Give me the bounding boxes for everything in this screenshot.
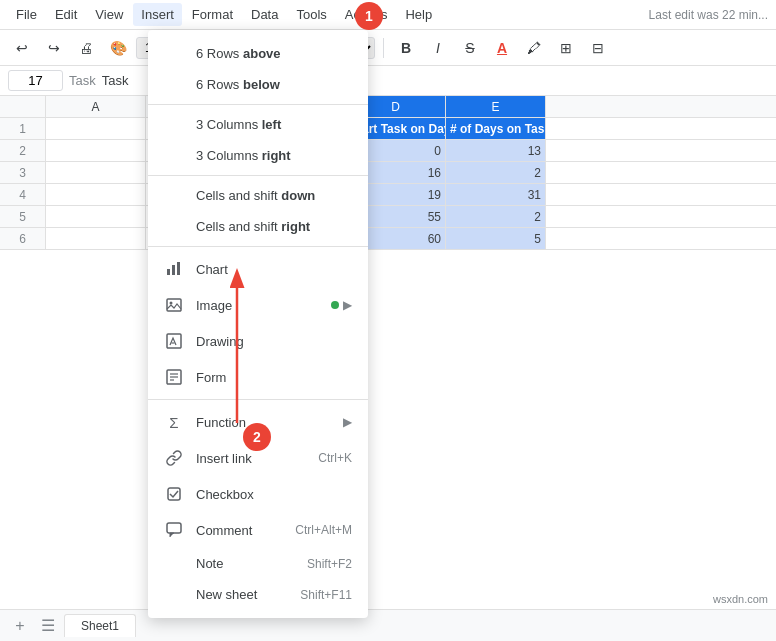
borders-button[interactable]: ⊞ (552, 34, 580, 62)
cols-right-label: 3 Columns right (196, 148, 352, 163)
watermark: wsxdn.com (713, 593, 768, 605)
cols-right-item[interactable]: 3 Columns right (148, 140, 368, 171)
formula-bar: Task (0, 66, 776, 96)
image-item[interactable]: Image ▶ (148, 287, 368, 323)
form-item[interactable]: Form (148, 359, 368, 395)
new-sheet-label: New sheet (196, 587, 300, 602)
svg-rect-3 (167, 299, 181, 311)
menu-help[interactable]: Help (397, 3, 440, 26)
merge-button[interactable]: ⊟ (584, 34, 612, 62)
checkbox-icon (164, 484, 184, 504)
note-label: Note (196, 556, 307, 571)
toolbar: ↩ ↪ 🖨 🎨 100% Default (Ari... 10 B I S A … (0, 30, 776, 66)
header-right: Last edit was 22 min... (649, 8, 768, 22)
form-label: Form (196, 370, 352, 385)
fx-icon: Task (69, 73, 96, 88)
cell[interactable]: 31 (446, 184, 546, 205)
col-header-a[interactable]: A (46, 96, 146, 117)
cell[interactable]: 2 (446, 206, 546, 227)
cell[interactable] (46, 162, 146, 183)
cells-section: Cells and shift down Cells and shift rig… (148, 176, 368, 247)
insert-link-icon (164, 448, 184, 468)
menu-insert[interactable]: Insert (133, 3, 182, 26)
undo-button[interactable]: ↩ (8, 34, 36, 62)
rows-above-item[interactable]: 6 Rows above (148, 38, 368, 69)
menu-edit[interactable]: Edit (47, 3, 85, 26)
menu-file[interactable]: File (8, 3, 45, 26)
row-num: 1 (0, 118, 46, 139)
italic-button[interactable]: I (424, 34, 452, 62)
rows-below-item[interactable]: 6 Rows below (148, 69, 368, 100)
menu-bar: File Edit View Insert Format Data Tools … (0, 0, 776, 30)
cell[interactable]: 13 (446, 140, 546, 161)
menu-data[interactable]: Data (243, 3, 286, 26)
image-label: Image (196, 298, 327, 313)
function-label: Function (196, 415, 343, 430)
cell[interactable] (46, 140, 146, 161)
last-edit-text: Last edit was 22 min... (649, 8, 768, 22)
table-row: 6 60 5 (0, 228, 776, 250)
cell[interactable]: 5 (446, 228, 546, 249)
sheet-menu-button[interactable]: ☰ (36, 614, 60, 638)
drawing-icon (164, 331, 184, 351)
new-sheet-item[interactable]: New sheet Shift+F11 (148, 579, 368, 610)
image-arrow: ▶ (343, 298, 352, 312)
step-badge-1: 1 (355, 2, 383, 30)
cell[interactable] (46, 228, 146, 249)
rows-below-label: 6 Rows below (196, 77, 352, 92)
chart-icon (164, 259, 184, 279)
paint-format-button[interactable]: 🎨 (104, 34, 132, 62)
drawing-item[interactable]: Drawing (148, 323, 368, 359)
highlight-button[interactable]: 🖍 (520, 34, 548, 62)
svg-rect-12 (167, 523, 181, 533)
objects-section: Chart Image ▶ Drawing Form (148, 247, 368, 400)
table-row: 2 0 13 (0, 140, 776, 162)
row-num: 3 (0, 162, 46, 183)
new-sheet-shortcut: Shift+F11 (300, 588, 352, 602)
table-row: 5 55 2 (0, 206, 776, 228)
print-button[interactable]: 🖨 (72, 34, 100, 62)
sheet-tab-sheet1[interactable]: Sheet1 (64, 614, 136, 637)
columns-section: 3 Columns left 3 Columns right (148, 105, 368, 176)
menu-format[interactable]: Format (184, 3, 241, 26)
table-row: 1 Start Task on Day # # of Days on Task (0, 118, 776, 140)
bold-button[interactable]: B (392, 34, 420, 62)
row-num: 5 (0, 206, 46, 227)
svg-rect-0 (167, 269, 170, 275)
table-row: 3 Commence 16 2 (0, 162, 776, 184)
note-item[interactable]: Note Shift+F2 (148, 548, 368, 579)
chart-item[interactable]: Chart (148, 251, 368, 287)
text-color-button[interactable]: A (488, 34, 516, 62)
checkbox-item[interactable]: Checkbox (148, 476, 368, 512)
comment-icon (164, 520, 184, 540)
col-header-e[interactable]: E (446, 96, 546, 117)
menu-view[interactable]: View (87, 3, 131, 26)
cell[interactable]: # of Days on Task (446, 118, 546, 139)
redo-button[interactable]: ↪ (40, 34, 68, 62)
table-row: 4 19 31 (0, 184, 776, 206)
insert-dropdown-menu: 6 Rows above 6 Rows below 3 Columns left… (148, 30, 368, 618)
svg-rect-2 (177, 262, 180, 275)
cells-right-item[interactable]: Cells and shift right (148, 211, 368, 242)
chart-label: Chart (196, 262, 352, 277)
menu-tools[interactable]: Tools (288, 3, 334, 26)
spreadsheet-area: A B C D E 1 Start Task on Day # # of Day… (0, 96, 776, 609)
checkbox-label: Checkbox (196, 487, 352, 502)
cell-ref-input[interactable] (8, 70, 63, 91)
insert-link-label: Insert link (196, 451, 318, 466)
comment-item[interactable]: Comment Ctrl+Alt+M (148, 512, 368, 548)
row-num-header (0, 96, 46, 117)
function-arrow: ▶ (343, 415, 352, 429)
cells-down-item[interactable]: Cells and shift down (148, 180, 368, 211)
row-num: 6 (0, 228, 46, 249)
cell[interactable] (46, 184, 146, 205)
strikethrough-button[interactable]: S (456, 34, 484, 62)
insert-link-shortcut: Ctrl+K (318, 451, 352, 465)
row-num: 4 (0, 184, 46, 205)
cell[interactable] (46, 206, 146, 227)
cell[interactable]: 2 (446, 162, 546, 183)
svg-point-4 (170, 302, 173, 305)
cell[interactable] (46, 118, 146, 139)
add-sheet-button[interactable]: + (8, 614, 32, 638)
cols-left-item[interactable]: 3 Columns left (148, 109, 368, 140)
